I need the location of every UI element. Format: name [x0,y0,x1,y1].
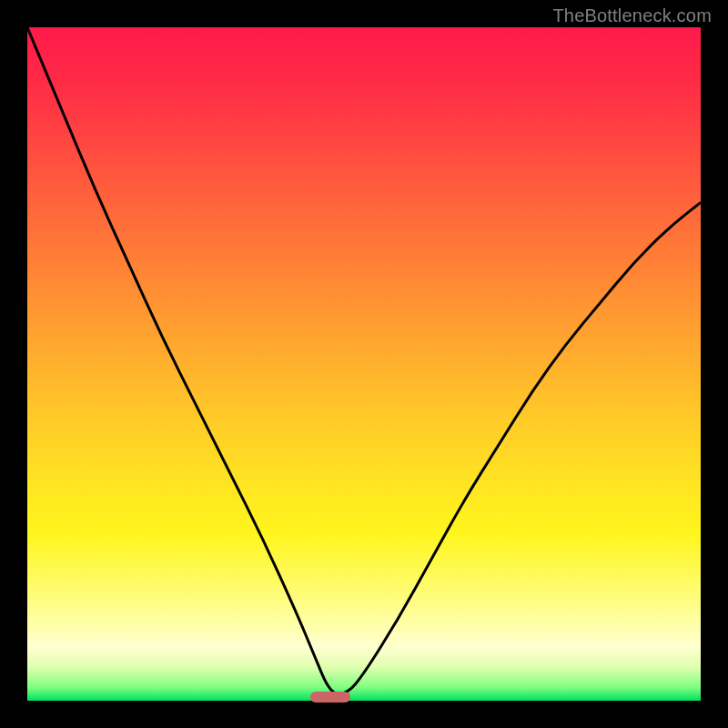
curve-layer [27,27,701,701]
minimum-marker [310,692,350,703]
bottleneck-curve [27,27,701,694]
chart-frame: TheBottleneck.com [0,0,728,728]
watermark-text: TheBottleneck.com [552,5,712,26]
